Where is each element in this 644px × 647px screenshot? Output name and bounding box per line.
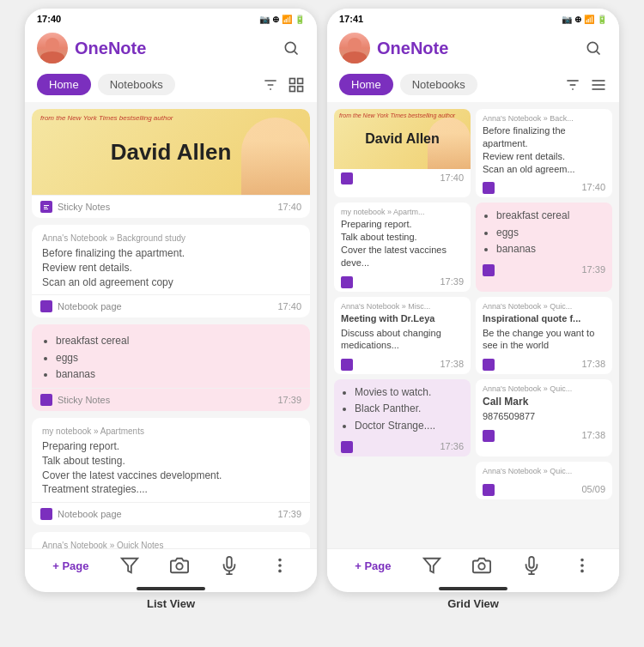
- avatar-right[interactable]: [339, 33, 370, 63]
- bottom-nav-right: + Page: [327, 548, 619, 584]
- grid-note-2-time: 17:39: [440, 276, 464, 288]
- sticky-card-left[interactable]: breakfast cereal eggs bananas Sticky Not…: [32, 324, 310, 411]
- tab-home-left[interactable]: Home: [37, 74, 91, 95]
- filter-icon-left[interactable]: [262, 76, 279, 94]
- grid-note-1[interactable]: Anna's Notebook » Back... Before finaliz…: [476, 109, 612, 197]
- content-right: from the New York Times bestselling auth…: [327, 102, 619, 548]
- mic-nav-left[interactable]: [220, 556, 239, 575]
- bullet-2: bananas: [56, 366, 300, 383]
- add-page-button-left[interactable]: + Page: [52, 559, 88, 572]
- grid-call-time: 17:38: [581, 430, 605, 442]
- grid-quote-icon: [483, 359, 495, 371]
- svg-rect-10: [44, 207, 47, 208]
- note-card-2-left[interactable]: my notebook » Apartments Preparing repor…: [32, 418, 310, 525]
- filter-icon-right[interactable]: [564, 76, 581, 94]
- grid-banner-card[interactable]: from the New York Times bestselling auth…: [334, 109, 471, 197]
- search-button-right[interactable]: [580, 34, 607, 62]
- grid-call-phone: 9876509877: [483, 410, 605, 423]
- grid-note-1-text: Before finalizing the apartment.Review r…: [483, 124, 605, 175]
- note-text-2: Preparing report.Talk about testing.Cove…: [42, 439, 300, 497]
- grid-quote-footer: 17:38: [476, 355, 612, 374]
- note-label-1: Notebook page: [40, 300, 122, 312]
- note-footer-1: Notebook page 17:40: [32, 294, 310, 317]
- grid-movies-card[interactable]: Movies to watch. Black Panther. Doctor S…: [334, 379, 471, 457]
- nav-right-left: [262, 76, 305, 94]
- grid-sticky-pink[interactable]: breakfast cereal eggs bananas 17:39: [476, 203, 612, 291]
- avatar-left[interactable]: [37, 33, 68, 63]
- search-button-left[interactable]: [277, 34, 305, 62]
- note-footer-text-2: Notebook page: [58, 509, 122, 519]
- status-icons-right: 📷⊕📶🔋: [562, 15, 607, 24]
- grid-movies-time: 17:36: [440, 441, 464, 453]
- tab-notebooks-right[interactable]: Notebooks: [400, 74, 477, 95]
- svg-marker-27: [424, 559, 440, 573]
- status-bar-right: 17:41 📷⊕📶🔋: [327, 9, 619, 27]
- tab-home-right[interactable]: Home: [339, 74, 393, 95]
- banner-label-left: Sticky Notes: [40, 201, 110, 213]
- grid-meeting-body: Anna's Notebook » Misc... Meeting with D…: [334, 297, 471, 356]
- banner-subtitle-left: from the New York Times bestselling auth…: [40, 114, 173, 122]
- tab-notebooks-left[interactable]: Notebooks: [98, 74, 175, 95]
- grid-last-time: 05/09: [581, 484, 605, 496]
- grid-meeting-title: Meeting with Dr.Leya: [341, 312, 464, 325]
- note-body-3: Anna's Notebook » Quick Notes Inspiratio…: [32, 532, 310, 548]
- grid-meeting-icon: [341, 359, 353, 371]
- note-meta-3: Anna's Notebook » Quick Notes: [42, 541, 300, 548]
- grid-quote-text: Be the change you want to see in the wor…: [483, 327, 605, 353]
- grid-call-footer: 17:38: [476, 426, 612, 445]
- more-nav-icon-left: [270, 556, 289, 575]
- camera-nav-icon-right: [472, 556, 491, 575]
- mic-nav-icon-left: [220, 556, 239, 575]
- grid-meeting-meta: Anna's Notebook » Misc...: [341, 302, 464, 311]
- note-card-1-left[interactable]: Anna's Notebook » Background study Befor…: [32, 225, 310, 317]
- more-nav-icon-right: [573, 556, 592, 575]
- bottom-nav-left: + Page: [25, 548, 317, 584]
- sticky-label-left: Sticky Notes: [40, 394, 110, 406]
- mic-nav-right[interactable]: [522, 556, 541, 575]
- grid-call-card[interactable]: Anna's Notebook » Quic... Call Mark 9876…: [476, 379, 612, 457]
- grid-note-2-footer: 17:39: [334, 273, 471, 292]
- filter-nav-right[interactable]: [422, 556, 441, 575]
- add-page-button-right[interactable]: + Page: [355, 559, 391, 572]
- status-bar-left: 17:40 📷⊕📶🔋: [25, 9, 317, 27]
- note-card-3-left[interactable]: Anna's Notebook » Quick Notes Inspiratio…: [32, 532, 310, 548]
- grid-sticky-pink-icon: [483, 264, 495, 276]
- grid-movies-bullets: Movies to watch. Black Panther. Doctor S…: [341, 384, 464, 434]
- banner-card-left[interactable]: from the New York Times bestselling auth…: [32, 109, 310, 218]
- grid-note-2[interactable]: my notebook » Apartm... Preparing report…: [334, 203, 471, 291]
- grid-note-2-icon: [341, 276, 353, 288]
- svg-line-1: [295, 51, 298, 55]
- grid-meeting-card[interactable]: Anna's Notebook » Misc... Meeting with D…: [334, 297, 471, 375]
- svg-point-32: [581, 565, 583, 566]
- bullet-1: eggs: [56, 350, 300, 366]
- grid-note-1-icon: [483, 182, 495, 194]
- left-phone: 17:40 📷⊕📶🔋 OneNote Home: [25, 9, 317, 592]
- grid-quote-title: Inspirational quote f...: [483, 312, 605, 325]
- camera-nav-icon-left: [170, 556, 189, 575]
- filter-nav-left[interactable]: [120, 556, 139, 575]
- banner-footer-label-text: Sticky Notes: [58, 202, 110, 212]
- grid-meeting-footer: 17:38: [334, 355, 471, 374]
- camera-nav-left[interactable]: [170, 556, 189, 575]
- svg-rect-5: [290, 78, 295, 83]
- svg-line-20: [597, 51, 600, 55]
- grid-icon-left[interactable]: [288, 76, 305, 94]
- app-title-right: OneNote: [377, 39, 448, 58]
- grid-quote-meta: Anna's Notebook » Quic...: [483, 302, 605, 311]
- camera-nav-right[interactable]: [472, 556, 491, 575]
- mic-nav-icon-right: [522, 556, 541, 575]
- list-icon-right[interactable]: [590, 76, 607, 94]
- svg-rect-7: [290, 86, 295, 91]
- grid-movie-0: Movies to watch.: [355, 384, 464, 401]
- sticky-label-text: Sticky Notes: [58, 395, 110, 405]
- grid-movies-icon: [341, 441, 353, 453]
- home-indicator-right: [439, 587, 507, 590]
- sticky-body-left: breakfast cereal eggs bananas: [32, 324, 310, 388]
- more-nav-right[interactable]: [573, 556, 592, 575]
- grid-quote-card[interactable]: Anna's Notebook » Quic... Inspirational …: [476, 297, 612, 375]
- svg-rect-11: [44, 209, 48, 209]
- more-nav-left[interactable]: [270, 556, 289, 575]
- grid-call-body: Anna's Notebook » Quic... Call Mark 9876…: [476, 379, 612, 426]
- sticky-time-left: 17:39: [277, 395, 301, 405]
- grid-last-card[interactable]: Anna's Notebook » Quic... 05/09: [476, 462, 612, 499]
